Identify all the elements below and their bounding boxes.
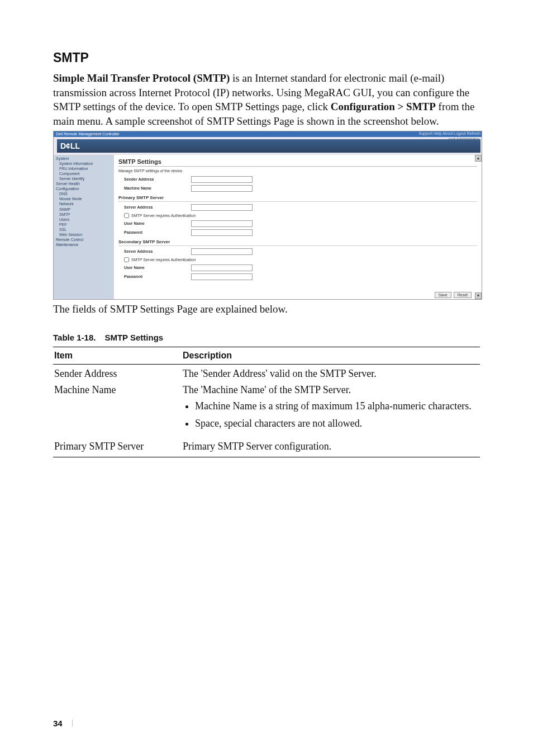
server-address-label: Server Address: [118, 249, 191, 253]
nav-item[interactable]: Server Health: [56, 181, 112, 186]
section-heading: SMTP: [53, 50, 480, 65]
nav-item[interactable]: System: [56, 156, 112, 161]
ss-brand-bar: D¢LL: [57, 139, 480, 153]
cell-desc-text: The 'Machine Name' of the SMTP Server.: [183, 384, 351, 395]
primary-auth-checkbox[interactable]: [124, 213, 129, 218]
ss-subseparator: [118, 245, 477, 246]
secondary-auth-checkbox[interactable]: [124, 257, 129, 262]
ss-page-title: SMTP Settings: [118, 158, 477, 165]
password-label: Password: [118, 275, 191, 278]
page-divider: |: [72, 718, 73, 727]
col-description: Description: [182, 347, 480, 365]
table-row: Machine Name The 'Machine Name' of the S…: [53, 381, 480, 436]
table-title: SMTP Settings: [104, 333, 163, 342]
password-label: Password: [118, 230, 191, 234]
cell-item: Machine Name: [53, 381, 182, 436]
table-row: Primary SMTP Server Primary SMTP Server …: [53, 436, 480, 457]
user-name-label: User Name: [118, 221, 191, 225]
scroll-up-icon[interactable]: ▲: [475, 155, 482, 162]
cell-item: Primary SMTP Server: [53, 436, 182, 457]
col-item: Item: [53, 347, 182, 365]
save-button[interactable]: Save: [435, 292, 451, 298]
server-address-label: Server Address: [118, 205, 191, 209]
user-name-label: User Name: [118, 266, 191, 270]
smtp-settings-table: Item Description Sender Address The 'Sen…: [53, 347, 480, 457]
nav-item[interactable]: FRU Information: [59, 166, 112, 171]
table-caption: Table 1-18.SMTP Settings: [53, 333, 480, 342]
nav-item[interactable]: Web Session: [59, 232, 112, 237]
machine-name-label: Machine Name: [118, 186, 191, 190]
primary-server-header: Primary SMTP Server: [118, 195, 477, 200]
caption-under-screenshot: The fields of SMTP Settings Page are exp…: [53, 302, 480, 316]
primary-user-input[interactable]: [191, 220, 253, 227]
primary-auth-label: SMTP Server requires Authentication: [131, 214, 196, 218]
nav-item[interactable]: Network: [59, 201, 112, 206]
cell-item: Sender Address: [53, 365, 182, 381]
nav-item[interactable]: SMTP: [59, 212, 112, 217]
cell-desc: The 'Machine Name' of the SMTP Server. M…: [182, 381, 480, 436]
sender-address-label: Sender Address: [118, 177, 191, 181]
nav-item[interactable]: DNS: [59, 191, 112, 196]
nav-bold: Configuration > SMTP: [331, 101, 436, 112]
smtp-screenshot: Dell Remote Management Controller Suppor…: [53, 131, 482, 300]
dell-logo: D¢LL: [60, 141, 80, 150]
secondary-server-address-input[interactable]: [191, 248, 253, 255]
ss-desc: Manage SMTP settings of the device.: [118, 169, 477, 173]
secondary-auth-label: SMTP Server requires Authentication: [131, 258, 196, 262]
cell-desc: The 'Sender Address' valid on the SMTP S…: [182, 365, 480, 381]
nav-item[interactable]: PEF: [59, 222, 112, 227]
ss-top-links[interactable]: Support Help About Logout Refresh: [418, 131, 480, 137]
ss-main: ▲ SMTP Settings Manage SMTP settings of …: [114, 155, 482, 299]
table-row: Sender Address The 'Sender Address' vali…: [53, 365, 480, 381]
primary-server-address-input[interactable]: [191, 204, 253, 211]
ss-separator: [118, 166, 477, 167]
list-item: Machine Name is a string of maximum 15 a…: [195, 400, 478, 412]
ss-sidebar: System System Information FRU Informatio…: [54, 155, 114, 300]
nav-item[interactable]: SSL: [59, 227, 112, 232]
table-number: Table 1-18.: [53, 333, 96, 342]
nav-item[interactable]: Mouse Mode: [59, 196, 112, 201]
ss-titlebar: Dell Remote Management Controller: [54, 131, 482, 137]
nav-item[interactable]: Server Identify: [59, 176, 112, 181]
nav-item[interactable]: Configuration: [56, 186, 112, 191]
secondary-server-header: Secondary SMTP Server: [118, 239, 477, 244]
secondary-password-input[interactable]: [191, 273, 253, 280]
primary-password-input[interactable]: [191, 229, 253, 236]
nav-item[interactable]: SNMP: [59, 207, 112, 212]
intro-paragraph: Simple Mail Transfer Protocol (SMTP) is …: [53, 71, 480, 129]
secondary-user-input[interactable]: [191, 264, 253, 271]
nav-item[interactable]: System Information: [59, 161, 112, 166]
scroll-down-icon[interactable]: ▼: [475, 292, 482, 299]
nav-item[interactable]: Remote Control: [56, 237, 112, 242]
reset-button[interactable]: Reset: [454, 292, 472, 298]
ss-subseparator: [118, 201, 477, 202]
list-item: Space, special characters are not allowe…: [195, 418, 478, 429]
cell-desc: Primary SMTP Server configuration.: [182, 436, 480, 457]
nav-item[interactable]: Maintenance: [56, 242, 112, 247]
nav-item[interactable]: Users: [59, 217, 112, 222]
page-number: 34: [53, 719, 63, 728]
lead-bold: Simple Mail Transfer Protocol (SMTP): [53, 72, 230, 84]
sender-address-input[interactable]: [191, 176, 253, 183]
nav-item[interactable]: Component: [59, 171, 112, 176]
machine-name-input[interactable]: [191, 185, 253, 192]
